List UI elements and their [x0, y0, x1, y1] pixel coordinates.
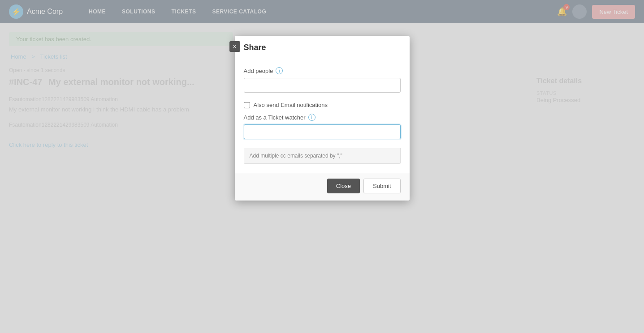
modal-title: Share [244, 43, 266, 52]
add-watcher-label: Add as a Ticket watcher i [244, 114, 401, 121]
email-notifications-row: Also send Email notifications [244, 102, 401, 108]
share-modal: × Share Add people i Also send Email not… [235, 36, 410, 201]
modal-close-x-button[interactable]: × [229, 41, 240, 52]
submit-button[interactable]: Submit [363, 179, 400, 193]
email-notifications-checkbox[interactable] [244, 102, 250, 108]
close-button[interactable]: Close [327, 179, 360, 193]
email-notifications-label[interactable]: Also send Email notifications [254, 102, 328, 108]
add-watcher-section: Add as a Ticket watcher i [244, 114, 401, 139]
add-people-input[interactable] [244, 78, 401, 93]
add-people-section: Add people i [244, 67, 401, 93]
modal-footer: Close Submit [235, 173, 410, 201]
modal-overlay: × Share Add people i Also send Email not… [0, 0, 644, 333]
cc-hint: Add multiple cc emails separated by "," [244, 148, 401, 164]
add-people-label: Add people i [244, 67, 401, 74]
add-watcher-info-icon[interactable]: i [308, 114, 316, 121]
add-people-info-icon[interactable]: i [276, 67, 283, 74]
modal-body: Add people i Also send Email notificatio… [235, 58, 410, 173]
modal-header: Share [235, 36, 410, 58]
add-watcher-input[interactable] [244, 124, 401, 139]
